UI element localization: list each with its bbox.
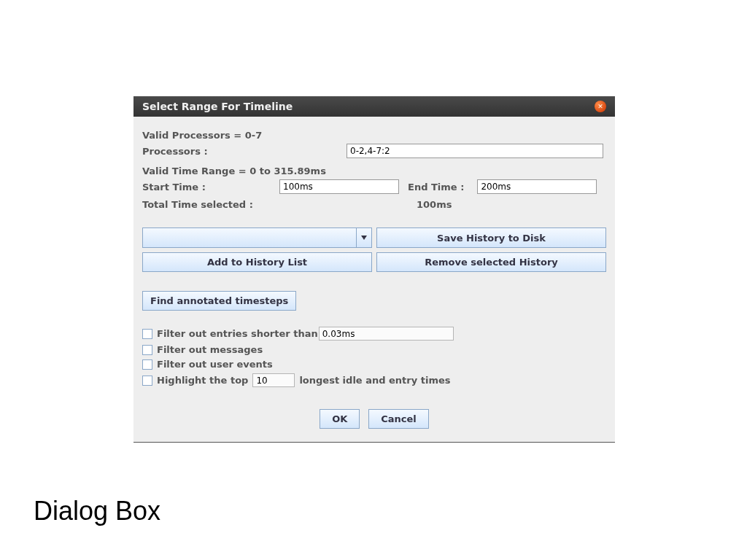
history-dropdown[interactable] — [142, 228, 372, 248]
highlight-post-label: longest idle and entry times — [299, 375, 450, 386]
filter-messages-label: Filter out messages — [157, 344, 263, 355]
add-history-button[interactable]: Add to History List — [142, 252, 372, 272]
start-time-label: Start Time : — [142, 182, 279, 192]
highlight-top-checkbox[interactable] — [142, 376, 152, 386]
start-time-input[interactable] — [279, 179, 399, 194]
checkbox-group: Filter out entries shorter than Filter o… — [142, 327, 606, 387]
history-dropdown-body[interactable] — [142, 228, 356, 248]
chevron-down-icon[interactable] — [356, 228, 372, 248]
save-history-button[interactable]: Save History to Disk — [376, 228, 606, 248]
remove-history-button[interactable]: Remove selected History — [376, 252, 606, 272]
end-time-input[interactable] — [477, 179, 597, 194]
filter-user-events-checkbox[interactable] — [142, 359, 152, 370]
valid-time-label: Valid Time Range = 0 to 315.89ms — [142, 166, 606, 176]
titlebar: Select Range For Timeline ✕ — [133, 96, 615, 117]
ok-button[interactable]: OK — [320, 409, 360, 429]
processors-label: Processors : — [142, 146, 347, 157]
dialog-footer: OK Cancel — [142, 409, 606, 429]
find-annotated-button[interactable]: Find annotated timesteps — [142, 291, 296, 311]
filter-messages-checkbox[interactable] — [142, 345, 152, 355]
page-caption: Dialog Box — [34, 496, 160, 526]
history-button-grid: Save History to Disk Add to History List… — [142, 228, 606, 272]
total-time-value: 100ms — [417, 199, 452, 210]
filter-short-input[interactable] — [319, 327, 454, 341]
filter-short-label: Filter out entries shorter than — [157, 328, 318, 339]
cancel-button[interactable]: Cancel — [368, 409, 429, 429]
highlight-top-input[interactable] — [252, 373, 295, 387]
filter-user-events-label: Filter out user events — [157, 359, 273, 370]
dialog-content: Valid Processors = 0-7 Processors : Vali… — [133, 117, 615, 442]
highlight-pre-label: Highlight the top — [157, 375, 248, 386]
dialog-title: Select Range For Timeline — [142, 101, 293, 112]
close-icon[interactable]: ✕ — [595, 101, 606, 112]
filter-short-checkbox[interactable] — [142, 329, 152, 339]
valid-processors-label: Valid Processors = 0-7 — [142, 130, 606, 141]
processors-input[interactable] — [347, 144, 603, 158]
total-time-label: Total Time selected : — [142, 199, 253, 210]
dialog-select-range: Select Range For Timeline ✕ Valid Proces… — [133, 96, 615, 443]
end-time-label: End Time : — [399, 182, 477, 192]
